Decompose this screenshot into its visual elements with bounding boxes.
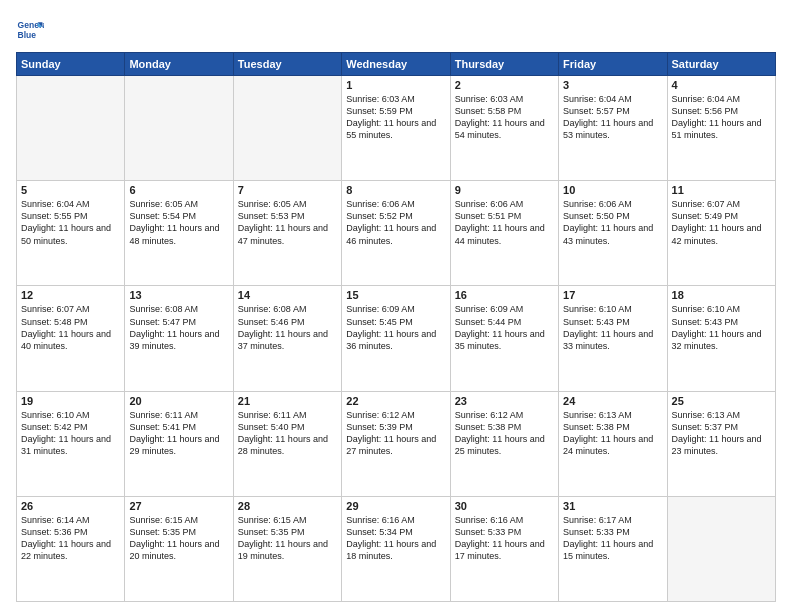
day-cell-18: 18Sunrise: 6:10 AMSunset: 5:43 PMDayligh…: [667, 286, 775, 391]
logo-icon: General Blue: [16, 16, 44, 44]
day-number: 16: [455, 289, 554, 301]
weekday-header-row: SundayMondayTuesdayWednesdayThursdayFrid…: [17, 53, 776, 76]
page: General Blue SundayMondayTuesdayWednesda…: [0, 0, 792, 612]
day-cell-5: 5Sunrise: 6:04 AMSunset: 5:55 PMDaylight…: [17, 181, 125, 286]
weekday-sunday: Sunday: [17, 53, 125, 76]
cell-info: Sunrise: 6:08 AMSunset: 5:47 PMDaylight:…: [129, 303, 228, 352]
day-number: 20: [129, 395, 228, 407]
day-cell-23: 23Sunrise: 6:12 AMSunset: 5:38 PMDayligh…: [450, 391, 558, 496]
day-number: 25: [672, 395, 771, 407]
day-number: 13: [129, 289, 228, 301]
day-number: 8: [346, 184, 445, 196]
weekday-friday: Friday: [559, 53, 667, 76]
day-number: 3: [563, 79, 662, 91]
day-number: 27: [129, 500, 228, 512]
day-cell-11: 11Sunrise: 6:07 AMSunset: 5:49 PMDayligh…: [667, 181, 775, 286]
day-cell-31: 31Sunrise: 6:17 AMSunset: 5:33 PMDayligh…: [559, 496, 667, 601]
day-cell-16: 16Sunrise: 6:09 AMSunset: 5:44 PMDayligh…: [450, 286, 558, 391]
day-cell-7: 7Sunrise: 6:05 AMSunset: 5:53 PMDaylight…: [233, 181, 341, 286]
weekday-wednesday: Wednesday: [342, 53, 450, 76]
cell-info: Sunrise: 6:04 AMSunset: 5:55 PMDaylight:…: [21, 198, 120, 247]
day-cell-19: 19Sunrise: 6:10 AMSunset: 5:42 PMDayligh…: [17, 391, 125, 496]
day-number: 23: [455, 395, 554, 407]
cell-info: Sunrise: 6:11 AMSunset: 5:40 PMDaylight:…: [238, 409, 337, 458]
day-cell-3: 3Sunrise: 6:04 AMSunset: 5:57 PMDaylight…: [559, 76, 667, 181]
cell-info: Sunrise: 6:12 AMSunset: 5:39 PMDaylight:…: [346, 409, 445, 458]
cell-info: Sunrise: 6:05 AMSunset: 5:54 PMDaylight:…: [129, 198, 228, 247]
cell-info: Sunrise: 6:09 AMSunset: 5:45 PMDaylight:…: [346, 303, 445, 352]
cell-info: Sunrise: 6:13 AMSunset: 5:37 PMDaylight:…: [672, 409, 771, 458]
cell-info: Sunrise: 6:15 AMSunset: 5:35 PMDaylight:…: [238, 514, 337, 563]
cell-info: Sunrise: 6:13 AMSunset: 5:38 PMDaylight:…: [563, 409, 662, 458]
week-row-4: 26Sunrise: 6:14 AMSunset: 5:36 PMDayligh…: [17, 496, 776, 601]
day-number: 6: [129, 184, 228, 196]
day-cell-6: 6Sunrise: 6:05 AMSunset: 5:54 PMDaylight…: [125, 181, 233, 286]
day-cell-8: 8Sunrise: 6:06 AMSunset: 5:52 PMDaylight…: [342, 181, 450, 286]
weekday-monday: Monday: [125, 53, 233, 76]
day-cell-17: 17Sunrise: 6:10 AMSunset: 5:43 PMDayligh…: [559, 286, 667, 391]
empty-cell: [125, 76, 233, 181]
day-cell-2: 2Sunrise: 6:03 AMSunset: 5:58 PMDaylight…: [450, 76, 558, 181]
day-number: 31: [563, 500, 662, 512]
weekday-tuesday: Tuesday: [233, 53, 341, 76]
day-number: 14: [238, 289, 337, 301]
header: General Blue: [16, 16, 776, 44]
week-row-0: 1Sunrise: 6:03 AMSunset: 5:59 PMDaylight…: [17, 76, 776, 181]
cell-info: Sunrise: 6:04 AMSunset: 5:56 PMDaylight:…: [672, 93, 771, 142]
day-number: 12: [21, 289, 120, 301]
empty-cell: [667, 496, 775, 601]
day-cell-22: 22Sunrise: 6:12 AMSunset: 5:39 PMDayligh…: [342, 391, 450, 496]
cell-info: Sunrise: 6:10 AMSunset: 5:42 PMDaylight:…: [21, 409, 120, 458]
day-cell-9: 9Sunrise: 6:06 AMSunset: 5:51 PMDaylight…: [450, 181, 558, 286]
day-number: 2: [455, 79, 554, 91]
cell-info: Sunrise: 6:08 AMSunset: 5:46 PMDaylight:…: [238, 303, 337, 352]
week-row-3: 19Sunrise: 6:10 AMSunset: 5:42 PMDayligh…: [17, 391, 776, 496]
day-cell-10: 10Sunrise: 6:06 AMSunset: 5:50 PMDayligh…: [559, 181, 667, 286]
cell-info: Sunrise: 6:15 AMSunset: 5:35 PMDaylight:…: [129, 514, 228, 563]
logo: General Blue: [16, 16, 48, 44]
day-cell-1: 1Sunrise: 6:03 AMSunset: 5:59 PMDaylight…: [342, 76, 450, 181]
day-cell-13: 13Sunrise: 6:08 AMSunset: 5:47 PMDayligh…: [125, 286, 233, 391]
cell-info: Sunrise: 6:17 AMSunset: 5:33 PMDaylight:…: [563, 514, 662, 563]
day-number: 22: [346, 395, 445, 407]
cell-info: Sunrise: 6:05 AMSunset: 5:53 PMDaylight:…: [238, 198, 337, 247]
day-cell-21: 21Sunrise: 6:11 AMSunset: 5:40 PMDayligh…: [233, 391, 341, 496]
day-number: 15: [346, 289, 445, 301]
day-cell-20: 20Sunrise: 6:11 AMSunset: 5:41 PMDayligh…: [125, 391, 233, 496]
cell-info: Sunrise: 6:12 AMSunset: 5:38 PMDaylight:…: [455, 409, 554, 458]
day-number: 21: [238, 395, 337, 407]
cell-info: Sunrise: 6:06 AMSunset: 5:50 PMDaylight:…: [563, 198, 662, 247]
cell-info: Sunrise: 6:16 AMSunset: 5:33 PMDaylight:…: [455, 514, 554, 563]
day-cell-15: 15Sunrise: 6:09 AMSunset: 5:45 PMDayligh…: [342, 286, 450, 391]
cell-info: Sunrise: 6:10 AMSunset: 5:43 PMDaylight:…: [672, 303, 771, 352]
day-number: 17: [563, 289, 662, 301]
svg-text:Blue: Blue: [18, 30, 37, 40]
day-cell-28: 28Sunrise: 6:15 AMSunset: 5:35 PMDayligh…: [233, 496, 341, 601]
weekday-saturday: Saturday: [667, 53, 775, 76]
cell-info: Sunrise: 6:10 AMSunset: 5:43 PMDaylight:…: [563, 303, 662, 352]
day-cell-25: 25Sunrise: 6:13 AMSunset: 5:37 PMDayligh…: [667, 391, 775, 496]
day-cell-4: 4Sunrise: 6:04 AMSunset: 5:56 PMDaylight…: [667, 76, 775, 181]
day-number: 28: [238, 500, 337, 512]
cell-info: Sunrise: 6:14 AMSunset: 5:36 PMDaylight:…: [21, 514, 120, 563]
day-cell-24: 24Sunrise: 6:13 AMSunset: 5:38 PMDayligh…: [559, 391, 667, 496]
day-cell-14: 14Sunrise: 6:08 AMSunset: 5:46 PMDayligh…: [233, 286, 341, 391]
day-cell-26: 26Sunrise: 6:14 AMSunset: 5:36 PMDayligh…: [17, 496, 125, 601]
day-number: 5: [21, 184, 120, 196]
cell-info: Sunrise: 6:07 AMSunset: 5:49 PMDaylight:…: [672, 198, 771, 247]
cell-info: Sunrise: 6:03 AMSunset: 5:58 PMDaylight:…: [455, 93, 554, 142]
day-number: 30: [455, 500, 554, 512]
day-number: 26: [21, 500, 120, 512]
cell-info: Sunrise: 6:06 AMSunset: 5:51 PMDaylight:…: [455, 198, 554, 247]
empty-cell: [17, 76, 125, 181]
day-number: 19: [21, 395, 120, 407]
day-number: 29: [346, 500, 445, 512]
week-row-2: 12Sunrise: 6:07 AMSunset: 5:48 PMDayligh…: [17, 286, 776, 391]
cell-info: Sunrise: 6:04 AMSunset: 5:57 PMDaylight:…: [563, 93, 662, 142]
day-number: 1: [346, 79, 445, 91]
day-number: 18: [672, 289, 771, 301]
weekday-thursday: Thursday: [450, 53, 558, 76]
cell-info: Sunrise: 6:03 AMSunset: 5:59 PMDaylight:…: [346, 93, 445, 142]
day-number: 11: [672, 184, 771, 196]
day-number: 24: [563, 395, 662, 407]
